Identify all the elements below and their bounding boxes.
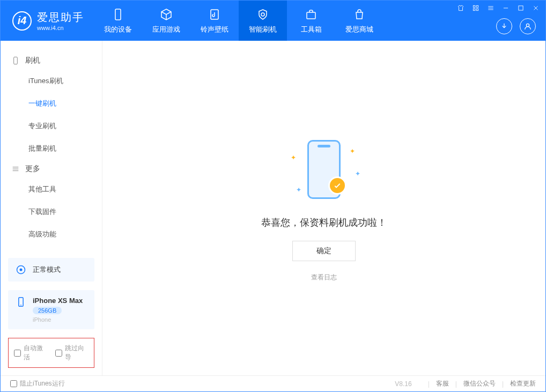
logo-icon: i4 — [12, 11, 32, 31]
svg-rect-4 — [476, 5, 478, 8]
version-label: V8.16 — [395, 380, 411, 388]
svg-point-8 — [526, 24, 529, 26]
skip-guide-input[interactable] — [55, 350, 62, 357]
auto-activate-input[interactable] — [14, 350, 21, 357]
sidebar-item-one-click-flash[interactable]: 一键刷机 — [1, 92, 102, 115]
window-controls — [456, 4, 540, 12]
auto-activate-checkbox[interactable]: 自动激活 — [14, 344, 48, 362]
sidebar-item-advanced[interactable]: 高级功能 — [1, 223, 102, 246]
sidebar-item-batch-flash[interactable]: 批量刷机 — [1, 137, 102, 160]
mode-card[interactable]: 正常模式 — [8, 258, 94, 282]
footer-link-check-update[interactable]: 检查更新 — [510, 379, 536, 388]
success-illustration: ✦ ✦ ✦ ✦ — [281, 135, 367, 204]
sidebar-item-pro-flash[interactable]: 专业刷机 — [1, 115, 102, 137]
nav-toolbox[interactable]: 工具箱 — [287, 1, 335, 41]
success-badge-icon — [328, 176, 346, 195]
menu-icon[interactable] — [486, 4, 495, 12]
download-icon — [500, 22, 508, 31]
shield-refresh-icon — [256, 8, 270, 21]
svg-rect-0 — [115, 9, 121, 20]
nav-label: 我的设备 — [104, 25, 132, 34]
sidebar-group-flash[interactable]: 刷机 — [1, 51, 102, 70]
grid-icon[interactable] — [471, 4, 480, 12]
nav-store[interactable]: 爱思商城 — [335, 1, 383, 41]
mode-icon — [16, 264, 26, 275]
spark-icon: ✦ — [291, 154, 296, 161]
nav-label: 爱思商城 — [345, 25, 373, 34]
main-content: ✦ ✦ ✦ ✦ 恭喜您，保资料刷机成功啦！ 确定 查看日志 — [102, 41, 545, 375]
toolbox-icon — [304, 8, 318, 21]
nav-ringtones[interactable]: 铃声壁纸 — [190, 1, 239, 41]
nav-label: 工具箱 — [301, 25, 322, 34]
close-button[interactable] — [532, 4, 540, 12]
confirm-button[interactable]: 确定 — [292, 241, 356, 261]
nav-label: 智能刷机 — [249, 25, 277, 34]
svg-rect-7 — [519, 6, 523, 10]
user-icon — [523, 22, 532, 31]
device-phone-icon — [16, 297, 26, 307]
phone-icon — [111, 8, 125, 21]
main-nav: 我的设备 应用游戏 铃声壁纸 智能刷机 工具箱 爱思商城 — [94, 1, 383, 41]
sidebar-options: 自动激活 跳过向导 — [8, 338, 94, 368]
app-header: i4 爱思助手 www.i4.cn 我的设备 应用游戏 铃声壁纸 智能刷机 工具… — [1, 1, 545, 41]
spark-icon: ✦ — [355, 170, 360, 177]
nav-apps-games[interactable]: 应用游戏 — [142, 1, 190, 41]
maximize-button[interactable] — [517, 4, 525, 12]
logo-text: 爱思助手 www.i4.cn — [37, 10, 84, 31]
device-card[interactable]: iPhone XS Max 256GB iPhone — [8, 290, 94, 329]
device-type: iPhone — [33, 316, 83, 323]
footer-link-wechat[interactable]: 微信公众号 — [463, 379, 496, 388]
checkbox-label: 自动激活 — [24, 344, 48, 362]
block-itunes-input[interactable] — [10, 380, 17, 387]
device-name: iPhone XS Max — [33, 297, 83, 305]
phone-icon — [11, 56, 20, 65]
app-body: 刷机 iTunes刷机 一键刷机 专业刷机 批量刷机 更多 其他工具 下载固件 … — [1, 41, 545, 375]
cube-icon — [159, 8, 173, 21]
spark-icon: ✦ — [296, 186, 301, 194]
svg-rect-9 — [14, 57, 18, 64]
sidebar-group-title: 更多 — [25, 164, 40, 174]
svg-rect-6 — [476, 9, 478, 11]
view-log-link[interactable]: 查看日志 — [311, 273, 337, 282]
sidebar-item-download-firmware[interactable]: 下载固件 — [1, 201, 102, 223]
sidebar-item-itunes-flash[interactable]: iTunes刷机 — [1, 70, 102, 92]
device-info: iPhone XS Max 256GB iPhone — [33, 297, 83, 323]
check-icon — [333, 181, 342, 190]
device-capacity: 256GB — [33, 307, 62, 314]
list-icon — [11, 165, 20, 173]
nav-label: 铃声壁纸 — [201, 25, 228, 34]
nav-smart-flash[interactable]: 智能刷机 — [239, 1, 287, 41]
mode-label: 正常模式 — [33, 265, 61, 275]
tshirt-icon[interactable] — [456, 4, 465, 12]
skip-guide-checkbox[interactable]: 跳过向导 — [55, 344, 89, 362]
svg-rect-3 — [473, 5, 475, 8]
sidebar-item-other-tools[interactable]: 其他工具 — [1, 178, 102, 201]
checkbox-label: 阻止iTunes运行 — [20, 379, 65, 388]
header-actions — [496, 18, 536, 34]
account-button[interactable] — [520, 18, 536, 34]
svg-point-13 — [20, 305, 21, 306]
sidebar-group-title: 刷机 — [25, 56, 40, 65]
svg-point-11 — [20, 269, 23, 271]
minimize-button[interactable] — [501, 4, 510, 12]
music-file-icon — [208, 8, 222, 21]
logo[interactable]: i4 爱思助手 www.i4.cn — [1, 1, 94, 41]
sidebar: 刷机 iTunes刷机 一键刷机 专业刷机 批量刷机 更多 其他工具 下载固件 … — [1, 41, 102, 375]
download-button[interactable] — [496, 18, 512, 34]
footer: 阻止iTunes运行 V8.16 | 客服 | 微信公众号 | 检查更新 — [1, 375, 545, 391]
checkbox-label: 跳过向导 — [65, 344, 89, 362]
sidebar-group-more[interactable]: 更多 — [1, 160, 102, 178]
success-message: 恭喜您，保资料刷机成功啦！ — [261, 216, 387, 229]
spark-icon: ✦ — [350, 147, 355, 155]
footer-link-support[interactable]: 客服 — [436, 379, 449, 388]
bag-icon — [352, 8, 366, 21]
nav-my-device[interactable]: 我的设备 — [94, 1, 142, 41]
svg-rect-5 — [473, 9, 475, 11]
svg-rect-2 — [307, 12, 315, 19]
block-itunes-checkbox[interactable]: 阻止iTunes运行 — [10, 379, 65, 388]
nav-label: 应用游戏 — [152, 25, 180, 34]
